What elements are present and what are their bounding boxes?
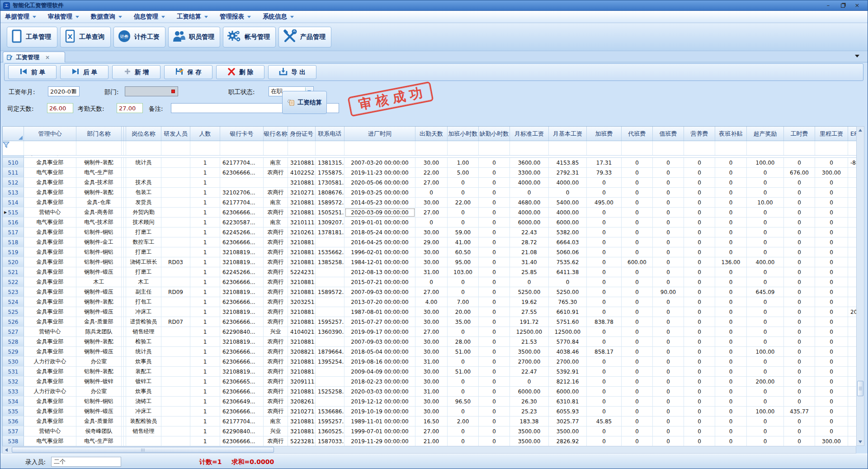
grid-cell[interactable]: 0 (622, 277, 653, 287)
grid-cell[interactable]: 3210881... (288, 198, 316, 208)
grid-cell[interactable]: 32108819... (220, 337, 264, 347)
grid-cell[interactable]: 32108819... (220, 247, 264, 257)
grid-cell[interactable]: 5770.84 (549, 337, 587, 347)
grid-cell[interactable]: 0 (653, 208, 684, 218)
grid-cell[interactable]: 铝制件-铜铝 (76, 247, 122, 257)
grid-cell[interactable]: 冲床工 (126, 407, 161, 417)
grid-cell[interactable]: 0 (684, 257, 715, 267)
grid-cell[interactable]: 农商行 (264, 367, 288, 377)
grid-cell[interactable]: 0 (815, 208, 848, 218)
grid-cell[interactable] (161, 168, 190, 178)
grid-cell[interactable]: 2014-05-23 00:00:00 (344, 198, 415, 208)
grid-cell[interactable]: 30.00 (415, 198, 448, 208)
grid-cell[interactable]: 金具事业部 (24, 347, 76, 357)
grid-cell[interactable]: 0 (622, 337, 653, 347)
grid-cell[interactable]: 4038.46 (549, 347, 587, 357)
grid-cell[interactable]: 0 (784, 257, 815, 267)
grid-cell[interactable] (848, 218, 856, 227)
grid-cell[interactable]: 30.00 (415, 377, 448, 387)
grid-cell[interactable]: 0 (684, 218, 715, 227)
grid-cell[interactable] (161, 357, 190, 367)
grid-cell[interactable]: 3210111... (288, 218, 316, 227)
grid-cell[interactable]: 59.00 (448, 227, 479, 237)
grid-cell[interactable]: 农商行 (264, 307, 288, 317)
grid-cell[interactable]: 0 (784, 218, 815, 227)
grid-cell[interactable]: 0 (653, 327, 684, 337)
grid-cell[interactable]: 0 (587, 277, 622, 287)
grid-cell[interactable]: 0 (747, 178, 784, 188)
grid-cell[interactable]: 0 (715, 267, 747, 277)
grid-cell[interactable]: 金具事业部 (24, 267, 76, 277)
grid-cell[interactable]: 7.00 (448, 297, 479, 307)
department-picker-button[interactable] (171, 90, 175, 93)
grid-cell[interactable]: 3210881... (288, 287, 316, 297)
grid-cell[interactable]: 3210881... (288, 247, 316, 257)
grid-cell[interactable]: 0 (653, 267, 684, 277)
grid-cell[interactable]: 0 (784, 417, 815, 426)
grid-cell[interactable] (161, 208, 190, 218)
grid-cell[interactable]: 钢制件-镀锌 (76, 377, 122, 387)
grid-cell[interactable]: 0 (448, 188, 479, 198)
grid-cell[interactable]: 0 (587, 178, 622, 188)
grid-cell[interactable]: 0 (479, 287, 510, 297)
grid-header-人数[interactable]: 人数 (190, 127, 220, 141)
grid-cell[interactable]: 发货员 (126, 198, 161, 208)
grid-cell[interactable]: 0 (587, 227, 622, 237)
grid-cell[interactable] (161, 198, 190, 208)
grid-cell[interactable]: 20.00 (448, 307, 479, 317)
grid-header-夜班补贴[interactable]: 夜班补贴 (715, 127, 747, 141)
grid-cell[interactable] (161, 178, 190, 188)
grid-cell[interactable]: 3500.00 (510, 436, 549, 446)
grid-cell[interactable]: 0 (715, 287, 747, 297)
row-number[interactable]: 525 (3, 307, 24, 317)
grid-cell[interactable]: 62306649... (220, 397, 264, 407)
grid-cell[interactable]: 0 (479, 397, 510, 407)
grid-cell[interactable]: 0 (653, 357, 684, 367)
grid-cell[interactable]: 2019-11-23 00:00:00 (344, 168, 415, 178)
grid-cell[interactable]: 0 (684, 387, 715, 397)
grid-cell[interactable]: 办公室 (76, 387, 122, 397)
grid-cell[interactable]: 0 (653, 257, 684, 267)
grid-cell[interactable]: 0 (747, 188, 784, 198)
grid-cell[interactable]: 0 (479, 367, 510, 377)
grid-cell[interactable]: 南京 (264, 417, 288, 426)
grid-cell[interactable]: 4104021... (288, 327, 316, 337)
grid-cell[interactable]: 0 (479, 227, 510, 237)
grid-cell[interactable]: 838.78 (587, 317, 622, 327)
grid-cell[interactable]: 浇铸工班长 (126, 257, 161, 267)
grid-cell[interactable]: 0 (653, 397, 684, 407)
grid-cell[interactable]: 0 (747, 307, 784, 317)
grid-cell[interactable]: 营销中心 (24, 208, 76, 218)
grid-cell[interactable]: 0 (747, 168, 784, 178)
grid-cell[interactable]: 浇铸工 (126, 397, 161, 407)
grid-cell[interactable]: 金具事业部 (24, 158, 76, 168)
grid-cell[interactable] (161, 367, 190, 377)
grid-filter-cell[interactable] (549, 141, 587, 155)
grid-filter-cell[interactable] (510, 141, 549, 155)
grid-cell[interactable]: 1505251... (316, 208, 344, 218)
grid-cell[interactable]: 0 (784, 387, 815, 397)
grid-cell[interactable]: 5060.06 (549, 247, 587, 257)
grid-cell[interactable] (848, 227, 856, 237)
grid-cell[interactable]: 30.00 (415, 317, 448, 327)
tab-wage-management[interactable]: 工资管理 × (3, 52, 65, 62)
grid-cell[interactable]: 17.31 (587, 158, 622, 168)
grid-cell[interactable]: 0 (448, 178, 479, 188)
grid-cell[interactable]: 外贸内勤 (126, 208, 161, 218)
grid-cell[interactable]: 0 (549, 277, 587, 287)
toolbar-button-account-gears[interactable]: 帐号管理 (223, 27, 276, 47)
grid-cell[interactable]: 0 (784, 377, 815, 387)
grid-cell[interactable]: 0 (715, 337, 747, 347)
grid-cell[interactable]: 0 (653, 188, 684, 198)
grid-cell[interactable]: 8212.16 (549, 377, 587, 387)
grid-filter-cell[interactable] (288, 141, 316, 155)
grid-cell[interactable]: 0 (815, 267, 848, 277)
grid-cell[interactable] (848, 337, 856, 347)
grid-cell[interactable]: 31.40 (510, 257, 549, 267)
restore-icon[interactable] (839, 2, 847, 9)
grid-cell[interactable]: 农商行 (264, 227, 288, 237)
grid-cell[interactable] (848, 287, 856, 297)
grid-cell[interactable]: 装配工 (126, 367, 161, 377)
grid-cell[interactable] (316, 237, 344, 247)
grid-cell[interactable]: 技术员 (126, 178, 161, 188)
